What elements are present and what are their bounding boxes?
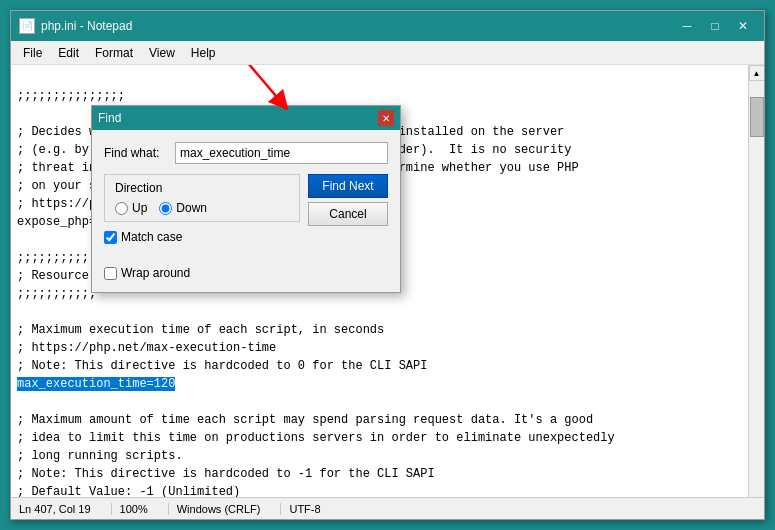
menu-bar: File Edit Format View Help bbox=[11, 41, 764, 65]
editor-line: ; long running scripts. bbox=[17, 449, 183, 463]
wrap-around-text: Wrap around bbox=[121, 266, 190, 280]
find-close-button[interactable]: ✕ bbox=[378, 110, 394, 126]
editor-line: ; Note: This directive is hardcoded to 0… bbox=[17, 359, 427, 373]
down-label-text: Down bbox=[176, 201, 207, 215]
find-next-button[interactable]: Find Next bbox=[308, 174, 388, 198]
cancel-button[interactable]: Cancel bbox=[308, 202, 388, 226]
maximize-button[interactable]: □ bbox=[702, 16, 728, 36]
line-ending: Windows (CRLF) bbox=[168, 503, 261, 515]
editor-line: ; idea to limit this time on productions… bbox=[17, 431, 615, 445]
find-direction-label: Direction bbox=[115, 181, 289, 195]
menu-file[interactable]: File bbox=[15, 44, 50, 62]
editor-container: ;;;;;;;;;;;;;;; ; Decides whether PHP ma… bbox=[11, 65, 764, 497]
wrap-around-label[interactable]: Wrap around bbox=[104, 266, 300, 280]
vertical-scrollbar[interactable]: ▲ bbox=[748, 65, 764, 497]
editor-line: ; Note: This directive is hardcoded to -… bbox=[17, 467, 435, 481]
zoom-level: 100% bbox=[111, 503, 148, 515]
scroll-thumb[interactable] bbox=[750, 97, 764, 137]
highlighted-editor-line: max_execution_time=120 bbox=[17, 377, 175, 391]
notepad-window: 📄 php.ini - Notepad ─ □ ✕ File Edit Form… bbox=[10, 10, 765, 520]
find-direction-options: Up Down bbox=[115, 201, 289, 215]
find-body: Find what: Direction Up bbox=[92, 130, 400, 292]
find-dialog-title: Find bbox=[98, 111, 121, 125]
notepad-icon: 📄 bbox=[19, 18, 35, 34]
match-case-label[interactable]: Match case bbox=[104, 230, 300, 244]
minimize-button[interactable]: ─ bbox=[674, 16, 700, 36]
match-case-checkbox[interactable] bbox=[104, 231, 117, 244]
find-dialog: Find ✕ Find what: Direction bbox=[91, 105, 401, 293]
editor-line: ;;;;;;;;;;; bbox=[17, 251, 96, 265]
status-bar: Ln 407, Col 19 100% Windows (CRLF) UTF-8 bbox=[11, 497, 764, 519]
scroll-up-arrow[interactable]: ▲ bbox=[749, 65, 765, 81]
close-button[interactable]: ✕ bbox=[730, 16, 756, 36]
editor-line: ; https://php.net/max-execution-time bbox=[17, 341, 276, 355]
up-label-text: Up bbox=[132, 201, 147, 215]
direction-up-label[interactable]: Up bbox=[115, 201, 147, 215]
editor-line: ; Default Value: -1 (Unlimited) bbox=[17, 485, 240, 497]
menu-help[interactable]: Help bbox=[183, 44, 224, 62]
find-buttons: Find Next Cancel bbox=[308, 174, 388, 280]
find-left: Direction Up Down bbox=[104, 174, 300, 280]
window-controls: ─ □ ✕ bbox=[674, 16, 756, 36]
find-what-input[interactable] bbox=[175, 142, 388, 164]
title-bar: 📄 php.ini - Notepad ─ □ ✕ bbox=[11, 11, 764, 41]
menu-view[interactable]: View bbox=[141, 44, 183, 62]
menu-edit[interactable]: Edit bbox=[50, 44, 87, 62]
find-direction-group: Direction Up Down bbox=[104, 174, 300, 222]
find-what-row: Find what: bbox=[104, 142, 388, 164]
match-case-text: Match case bbox=[121, 230, 182, 244]
menu-format[interactable]: Format bbox=[87, 44, 141, 62]
find-what-label: Find what: bbox=[104, 146, 169, 160]
direction-down-radio[interactable] bbox=[159, 202, 172, 215]
cursor-position: Ln 407, Col 19 bbox=[19, 503, 91, 515]
editor-line: ;;;;;;;;;;; bbox=[17, 287, 96, 301]
wrap-around-checkbox[interactable] bbox=[104, 267, 117, 280]
direction-down-label[interactable]: Down bbox=[159, 201, 207, 215]
encoding: UTF-8 bbox=[280, 503, 320, 515]
find-title-bar: Find ✕ bbox=[92, 106, 400, 130]
direction-up-radio[interactable] bbox=[115, 202, 128, 215]
editor-line: ; Maximum amount of time each script may… bbox=[17, 413, 593, 427]
editor-line: ;;;;;;;;;;;;;;; bbox=[17, 89, 125, 103]
title-bar-left: 📄 php.ini - Notepad bbox=[19, 18, 132, 34]
editor-line: ; Maximum execution time of each script,… bbox=[17, 323, 384, 337]
window-title: php.ini - Notepad bbox=[41, 19, 132, 33]
